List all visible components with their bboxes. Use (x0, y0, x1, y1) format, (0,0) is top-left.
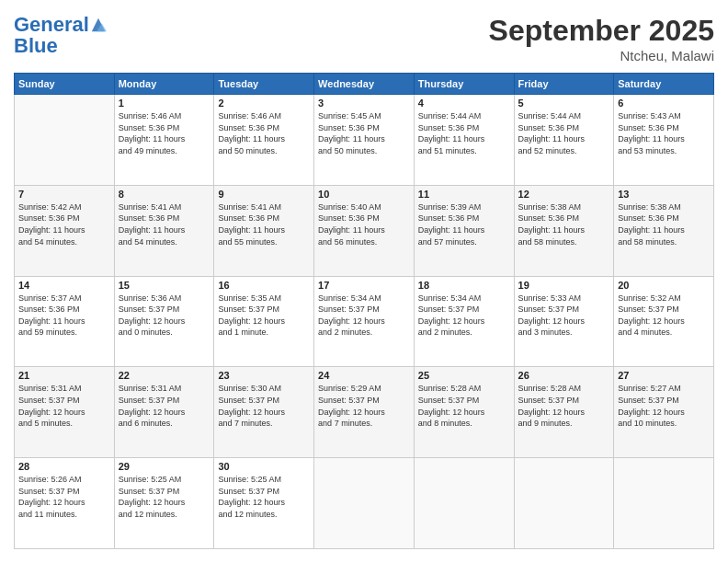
calendar-cell: 25Sunrise: 5:28 AM Sunset: 5:37 PM Dayli… (414, 367, 514, 458)
calendar-header-row: SundayMondayTuesdayWednesdayThursdayFrid… (15, 74, 714, 95)
calendar-cell: 11Sunrise: 5:39 AM Sunset: 5:36 PM Dayli… (414, 185, 514, 276)
day-info: Sunrise: 5:46 AM Sunset: 5:36 PM Dayligh… (119, 110, 210, 156)
header: General Blue September 2025 Ntcheu, Mala… (14, 14, 714, 63)
day-number: 7 (18, 189, 110, 200)
day-info: Sunrise: 5:25 AM Sunset: 5:37 PM Dayligh… (119, 474, 210, 520)
day-number: 19 (518, 280, 610, 291)
calendar-cell (15, 95, 115, 186)
calendar-week-row: 1Sunrise: 5:46 AM Sunset: 5:36 PM Daylig… (15, 95, 714, 186)
calendar-cell: 12Sunrise: 5:38 AM Sunset: 5:36 PM Dayli… (514, 185, 614, 276)
day-info: Sunrise: 5:44 AM Sunset: 5:36 PM Dayligh… (518, 110, 610, 156)
day-number: 18 (418, 280, 510, 291)
day-of-week-header: Tuesday (214, 74, 314, 95)
day-number: 8 (119, 189, 210, 200)
day-number: 2 (218, 98, 310, 109)
calendar-cell: 2Sunrise: 5:46 AM Sunset: 5:36 PM Daylig… (214, 95, 314, 186)
calendar-cell (514, 458, 614, 549)
calendar-cell: 24Sunrise: 5:29 AM Sunset: 5:37 PM Dayli… (314, 367, 415, 458)
day-info: Sunrise: 5:41 AM Sunset: 5:36 PM Dayligh… (119, 201, 210, 247)
calendar-cell (614, 458, 714, 549)
day-of-week-header: Monday (114, 74, 214, 95)
day-number: 11 (418, 189, 510, 200)
calendar-cell: 21Sunrise: 5:31 AM Sunset: 5:37 PM Dayli… (15, 367, 115, 458)
calendar-cell: 30Sunrise: 5:25 AM Sunset: 5:37 PM Dayli… (214, 458, 314, 549)
day-info: Sunrise: 5:27 AM Sunset: 5:37 PM Dayligh… (618, 383, 710, 429)
day-info: Sunrise: 5:31 AM Sunset: 5:37 PM Dayligh… (119, 383, 210, 429)
calendar-cell: 10Sunrise: 5:40 AM Sunset: 5:36 PM Dayli… (314, 185, 415, 276)
calendar-week-row: 28Sunrise: 5:26 AM Sunset: 5:37 PM Dayli… (15, 458, 714, 549)
calendar-table: SundayMondayTuesdayWednesdayThursdayFrid… (14, 73, 714, 549)
day-info: Sunrise: 5:33 AM Sunset: 5:37 PM Dayligh… (518, 293, 610, 339)
day-info: Sunrise: 5:40 AM Sunset: 5:36 PM Dayligh… (318, 201, 410, 247)
day-number: 12 (518, 189, 610, 200)
calendar-cell: 28Sunrise: 5:26 AM Sunset: 5:37 PM Dayli… (15, 458, 115, 549)
calendar-cell: 16Sunrise: 5:35 AM Sunset: 5:37 PM Dayli… (214, 276, 314, 367)
logo: General Blue (14, 14, 107, 56)
day-info: Sunrise: 5:38 AM Sunset: 5:36 PM Dayligh… (518, 201, 610, 247)
day-number: 15 (119, 280, 210, 291)
day-number: 20 (618, 280, 710, 291)
day-info: Sunrise: 5:31 AM Sunset: 5:37 PM Dayligh… (18, 383, 110, 429)
logo-text: General (14, 14, 89, 36)
day-number: 1 (119, 98, 210, 109)
day-info: Sunrise: 5:30 AM Sunset: 5:37 PM Dayligh… (218, 383, 310, 429)
day-info: Sunrise: 5:44 AM Sunset: 5:36 PM Dayligh… (418, 110, 510, 156)
day-of-week-header: Wednesday (314, 74, 415, 95)
calendar-cell: 23Sunrise: 5:30 AM Sunset: 5:37 PM Dayli… (214, 367, 314, 458)
day-info: Sunrise: 5:42 AM Sunset: 5:36 PM Dayligh… (18, 201, 110, 247)
day-info: Sunrise: 5:41 AM Sunset: 5:36 PM Dayligh… (218, 201, 310, 247)
logo-icon (90, 17, 107, 33)
day-number: 14 (18, 280, 110, 291)
calendar-cell: 29Sunrise: 5:25 AM Sunset: 5:37 PM Dayli… (114, 458, 214, 549)
day-number: 25 (418, 370, 510, 381)
day-info: Sunrise: 5:39 AM Sunset: 5:36 PM Dayligh… (418, 201, 510, 247)
day-number: 4 (418, 98, 510, 109)
logo-blue: Blue (14, 36, 107, 56)
month-title: September 2025 (489, 14, 714, 48)
calendar-cell: 14Sunrise: 5:37 AM Sunset: 5:36 PM Dayli… (15, 276, 115, 367)
calendar-cell: 1Sunrise: 5:46 AM Sunset: 5:36 PM Daylig… (114, 95, 214, 186)
day-number: 27 (618, 370, 710, 381)
day-number: 23 (218, 370, 310, 381)
calendar-week-row: 7Sunrise: 5:42 AM Sunset: 5:36 PM Daylig… (15, 185, 714, 276)
location: Ntcheu, Malawi (489, 48, 714, 63)
day-info: Sunrise: 5:37 AM Sunset: 5:36 PM Dayligh… (18, 293, 110, 339)
calendar-cell: 18Sunrise: 5:34 AM Sunset: 5:37 PM Dayli… (414, 276, 514, 367)
day-number: 28 (18, 461, 110, 472)
calendar-cell: 13Sunrise: 5:38 AM Sunset: 5:36 PM Dayli… (614, 185, 714, 276)
calendar-cell: 17Sunrise: 5:34 AM Sunset: 5:37 PM Dayli… (314, 276, 415, 367)
calendar-cell: 8Sunrise: 5:41 AM Sunset: 5:36 PM Daylig… (114, 185, 214, 276)
day-number: 6 (618, 98, 710, 109)
day-info: Sunrise: 5:35 AM Sunset: 5:37 PM Dayligh… (218, 293, 310, 339)
day-of-week-header: Sunday (15, 74, 115, 95)
day-info: Sunrise: 5:34 AM Sunset: 5:37 PM Dayligh… (418, 293, 510, 339)
calendar-week-row: 21Sunrise: 5:31 AM Sunset: 5:37 PM Dayli… (15, 367, 714, 458)
calendar-cell: 7Sunrise: 5:42 AM Sunset: 5:36 PM Daylig… (15, 185, 115, 276)
day-of-week-header: Thursday (414, 74, 514, 95)
day-info: Sunrise: 5:26 AM Sunset: 5:37 PM Dayligh… (18, 474, 110, 520)
calendar-cell: 27Sunrise: 5:27 AM Sunset: 5:37 PM Dayli… (614, 367, 714, 458)
day-number: 10 (318, 189, 410, 200)
calendar-cell: 3Sunrise: 5:45 AM Sunset: 5:36 PM Daylig… (314, 95, 415, 186)
calendar-cell (314, 458, 415, 549)
day-info: Sunrise: 5:25 AM Sunset: 5:37 PM Dayligh… (218, 474, 310, 520)
day-number: 5 (518, 98, 610, 109)
calendar-cell (414, 458, 514, 549)
day-number: 26 (518, 370, 610, 381)
calendar-week-row: 14Sunrise: 5:37 AM Sunset: 5:36 PM Dayli… (15, 276, 714, 367)
logo-general: General (14, 13, 89, 36)
calendar-cell: 5Sunrise: 5:44 AM Sunset: 5:36 PM Daylig… (514, 95, 614, 186)
calendar-cell: 20Sunrise: 5:32 AM Sunset: 5:37 PM Dayli… (614, 276, 714, 367)
calendar-cell: 9Sunrise: 5:41 AM Sunset: 5:36 PM Daylig… (214, 185, 314, 276)
day-info: Sunrise: 5:45 AM Sunset: 5:36 PM Dayligh… (318, 110, 410, 156)
day-info: Sunrise: 5:46 AM Sunset: 5:36 PM Dayligh… (218, 110, 310, 156)
calendar-cell: 22Sunrise: 5:31 AM Sunset: 5:37 PM Dayli… (114, 367, 214, 458)
day-info: Sunrise: 5:28 AM Sunset: 5:37 PM Dayligh… (418, 383, 510, 429)
page: General Blue September 2025 Ntcheu, Mala… (0, 0, 728, 563)
day-number: 9 (218, 189, 310, 200)
day-number: 3 (318, 98, 410, 109)
day-info: Sunrise: 5:34 AM Sunset: 5:37 PM Dayligh… (318, 293, 410, 339)
day-info: Sunrise: 5:43 AM Sunset: 5:36 PM Dayligh… (618, 110, 710, 156)
day-of-week-header: Saturday (614, 74, 714, 95)
day-info: Sunrise: 5:32 AM Sunset: 5:37 PM Dayligh… (618, 293, 710, 339)
